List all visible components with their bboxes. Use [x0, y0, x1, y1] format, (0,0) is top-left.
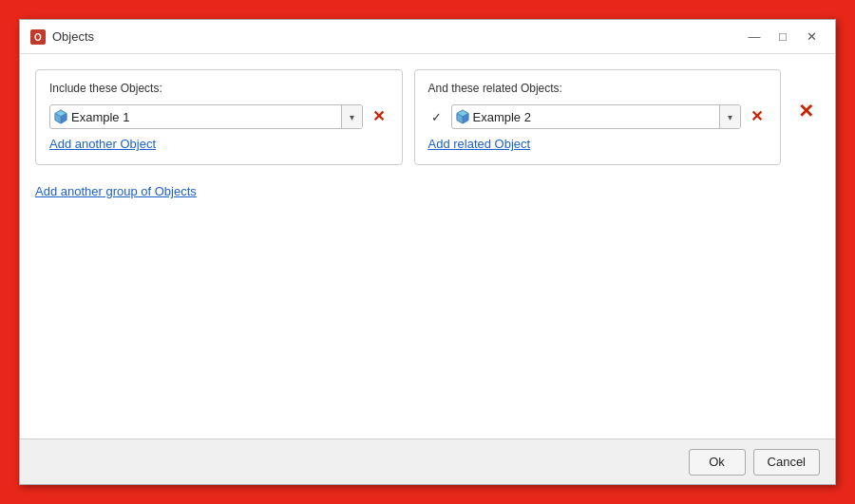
- ok-button[interactable]: Ok: [689, 449, 746, 476]
- include-object-select-wrapper[interactable]: Example 1 ▾: [49, 104, 363, 129]
- maximize-button[interactable]: □: [769, 23, 797, 51]
- delete-group-button[interactable]: ✕: [792, 98, 820, 124]
- title-bar-buttons: — □ ✕: [740, 23, 826, 51]
- include-objects-panel: Include these Objects: Exampl: [35, 69, 403, 165]
- add-another-object-link[interactable]: Add another Object: [49, 137, 156, 151]
- related-object-select-wrapper[interactable]: Example 2 ▾: [451, 104, 742, 129]
- add-group-link[interactable]: Add another group of Objects: [35, 184, 197, 198]
- window-content: Include these Objects: Exampl: [20, 54, 835, 439]
- include-object-dropdown[interactable]: Example 1: [71, 105, 341, 128]
- window-title: Objects: [52, 29, 94, 44]
- delete-object-right-button[interactable]: ✕: [747, 107, 767, 126]
- related-objects-panel: And these related Objects: ✓: [414, 69, 782, 165]
- dropdown-arrow-left[interactable]: ▾: [341, 105, 362, 128]
- include-objects-label: Include these Objects:: [49, 82, 389, 95]
- delete-object-left-button[interactable]: ✕: [369, 107, 389, 126]
- objects-dialog: O Objects — □ ✕ Include these Objects:: [19, 19, 836, 485]
- title-bar-left: O Objects: [29, 28, 94, 46]
- related-object-dropdown[interactable]: Example 2: [473, 105, 720, 128]
- app-icon: O: [29, 28, 47, 46]
- cube-icon-left: [50, 106, 71, 127]
- groups-row: Include these Objects: Exampl: [35, 69, 820, 165]
- close-button[interactable]: ✕: [797, 23, 826, 51]
- svg-text:O: O: [34, 32, 42, 43]
- cancel-button[interactable]: Cancel: [753, 449, 820, 476]
- add-related-object-link[interactable]: Add related Object: [428, 137, 531, 151]
- checkmark-icon: ✓: [428, 110, 446, 124]
- related-objects-label: And these related Objects:: [428, 82, 768, 95]
- related-object-row: ✓ Example 2 ▾: [428, 104, 768, 129]
- dropdown-arrow-right[interactable]: ▾: [719, 105, 740, 128]
- window-footer: Ok Cancel: [20, 439, 835, 484]
- title-bar: O Objects — □ ✕: [20, 20, 835, 54]
- include-object-row: Example 1 ▾ ✕: [49, 104, 389, 129]
- minimize-button[interactable]: —: [740, 23, 769, 51]
- cube-icon-right: [452, 106, 473, 127]
